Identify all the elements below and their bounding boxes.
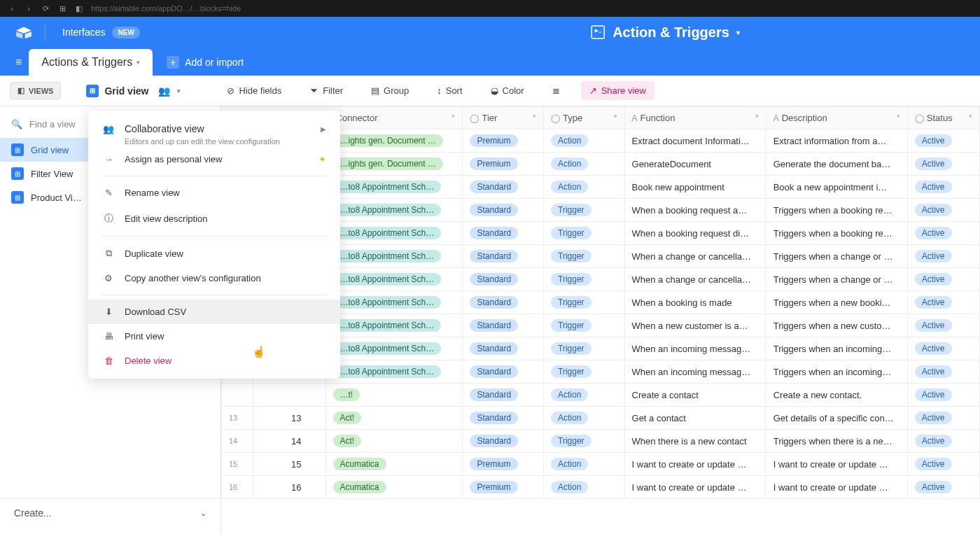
add-or-import-button[interactable]: + Add or import <box>153 49 258 76</box>
cell-status[interactable]: Active <box>907 407 979 430</box>
cell-type[interactable]: Action <box>544 384 625 407</box>
cell-description[interactable]: Triggers when an incoming… <box>766 337 907 360</box>
delete-view-item[interactable]: 🗑 Delete view <box>88 349 340 373</box>
cell-type[interactable]: Trigger <box>544 430 625 453</box>
cell-connector[interactable]: …to8 Appointment Sch… <box>326 314 463 337</box>
interfaces-link[interactable]: Interfaces <box>62 27 105 38</box>
menu-icon[interactable]: ≡ <box>8 56 29 76</box>
collaborative-view-item[interactable]: 👥 Collaborative view ▶ Editors and up ca… <box>88 116 340 147</box>
cell-status[interactable]: Active <box>907 430 979 453</box>
cell-status[interactable]: Active <box>907 360 979 384</box>
group-button[interactable]: ▤ Group <box>364 81 416 100</box>
column-header-description[interactable]: ADescription▾ <box>766 107 907 129</box>
cell-function[interactable]: Create a contact <box>624 384 766 407</box>
cell-description[interactable]: I want to create or update … <box>766 453 907 476</box>
cell-tier[interactable]: Standard <box>463 291 544 314</box>
cell-tier[interactable]: Standard <box>463 245 544 268</box>
cell-type[interactable]: Action <box>544 153 625 176</box>
tab-actions-triggers[interactable]: Actions & Triggers ▾ <box>29 49 153 76</box>
cell-description[interactable]: Triggers when a booking re… <box>766 222 907 245</box>
cell-status[interactable]: Active <box>907 222 979 245</box>
cell-type[interactable]: Action <box>544 407 625 430</box>
cell-connector[interactable]: …ights gen. Document … <box>326 129 463 153</box>
forward-icon[interactable]: › <box>24 3 34 13</box>
cell-connector[interactable]: …to8 Appointment Sch… <box>326 291 463 314</box>
cell-description[interactable]: I want to create or update … <box>766 476 907 499</box>
cell-description[interactable]: Triggers when a change or … <box>766 268 907 291</box>
cell-tier[interactable]: Standard <box>463 222 544 245</box>
cell-status[interactable]: Active <box>907 476 979 499</box>
sort-button[interactable]: ↕ Sort <box>430 81 469 100</box>
cell-connector[interactable]: Act! <box>326 430 463 453</box>
cell-tier[interactable]: Standard <box>463 176 544 199</box>
cell-tier[interactable]: Standard <box>463 199 544 222</box>
cell-tier[interactable]: Premium <box>463 129 544 153</box>
cell-status[interactable]: Active <box>907 129 979 153</box>
cell-function[interactable]: Extract document Informati… <box>624 129 766 153</box>
table-row[interactable]: …t!StandardActionCreate a contactCreate … <box>222 384 980 407</box>
create-view-button[interactable]: Create... ⌄ <box>0 498 220 527</box>
cell-description[interactable]: Generate the document ba… <box>766 153 907 176</box>
back-icon[interactable]: ‹ <box>7 3 17 13</box>
cell-status[interactable]: Active <box>907 153 979 176</box>
cell-type[interactable]: Action <box>544 129 625 153</box>
cell-description[interactable]: Book a new appointment i… <box>766 176 907 199</box>
cell-description[interactable]: Triggers when a new custo… <box>766 314 907 337</box>
cell-function[interactable]: Book new appointment <box>624 176 766 199</box>
cell-connector[interactable]: Act! <box>326 407 463 430</box>
chevron-down-icon[interactable]: ▾ <box>451 113 455 120</box>
cell-type[interactable]: Trigger <box>544 268 625 291</box>
cell-function[interactable]: Get a contact <box>624 407 766 430</box>
cell-tier[interactable]: Premium <box>463 476 544 499</box>
cell-connector[interactable]: …t! <box>326 384 463 407</box>
filter-button[interactable]: ⏷ Filter <box>302 81 350 100</box>
cell-function[interactable]: When a booking request di… <box>624 222 766 245</box>
cell-description[interactable]: Triggers when a new booki… <box>766 291 907 314</box>
cell-connector[interactable]: …ights gen. Document … <box>326 153 463 176</box>
cell-connector[interactable]: Acumatica <box>326 453 463 476</box>
rename-view-item[interactable]: ✎ Rename view <box>88 181 340 205</box>
cell-id[interactable]: 14 <box>253 430 326 453</box>
cell-description[interactable]: Extract information from a… <box>766 129 907 153</box>
cell-description[interactable]: Triggers when a booking re… <box>766 199 907 222</box>
cell-function[interactable]: When a booking request a… <box>624 199 766 222</box>
cell-tier[interactable]: Premium <box>463 453 544 476</box>
cell-id[interactable]: 15 <box>253 453 326 476</box>
color-button[interactable]: ◒ Color <box>484 81 531 100</box>
duplicate-view-item[interactable]: ⧉ Duplicate view <box>88 241 340 266</box>
cell-type[interactable]: Trigger <box>544 222 625 245</box>
cell-type[interactable]: Trigger <box>544 245 625 268</box>
cell-tier[interactable]: Standard <box>463 314 544 337</box>
cell-id[interactable]: 13 <box>253 407 326 430</box>
row-height-button[interactable]: ≣ <box>545 81 567 100</box>
cell-status[interactable]: Active <box>907 453 979 476</box>
cell-connector[interactable]: …to8 Appointment Sch… <box>326 222 463 245</box>
cell-function[interactable]: GenerateDocument <box>624 153 766 176</box>
chevron-down-icon[interactable]: ▾ <box>136 59 140 66</box>
chevron-down-icon[interactable]: ▾ <box>736 29 740 36</box>
share-view-button[interactable]: ↗ Share view <box>581 81 654 100</box>
cell-id[interactable]: 16 <box>253 476 326 499</box>
chevron-down-icon[interactable]: ▾ <box>614 113 617 120</box>
cell-function[interactable]: When a booking is made <box>624 291 766 314</box>
cell-function[interactable]: When an incoming messag… <box>624 360 766 384</box>
cell-type[interactable]: Action <box>544 476 625 499</box>
cell-connector[interactable]: …to8 Appointment Sch… <box>326 199 463 222</box>
cell-function[interactable]: When a change or cancella… <box>624 268 766 291</box>
cell-type[interactable]: Trigger <box>544 360 625 384</box>
table-row[interactable]: 1313Act!StandardActionGet a contactGet d… <box>222 407 980 430</box>
copy-config-item[interactable]: ⚙ Copy another view's configuration <box>88 266 340 290</box>
column-header-status[interactable]: ◯Status▾ <box>907 107 979 129</box>
cell-connector[interactable]: …to8 Appointment Sch… <box>326 176 463 199</box>
cell-connector[interactable]: …to8 Appointment Sch… <box>326 360 463 384</box>
cell-type[interactable]: Action <box>544 453 625 476</box>
cell-connector[interactable]: …to8 Appointment Sch… <box>326 245 463 268</box>
base-title-area[interactable]: Action & Triggers ▾ <box>590 24 740 41</box>
cell-type[interactable]: Trigger <box>544 199 625 222</box>
chevron-down-icon[interactable]: ▾ <box>533 113 536 120</box>
print-view-item[interactable]: 🖶 Print view <box>88 324 340 349</box>
cell-connector[interactable]: …to8 Appointment Sch… <box>326 268 463 291</box>
cell-status[interactable]: Active <box>907 268 979 291</box>
refresh-icon[interactable]: ⟳ <box>41 3 50 13</box>
table-row[interactable]: 1414Act!StandardTriggerWhen there is a n… <box>222 430 980 453</box>
